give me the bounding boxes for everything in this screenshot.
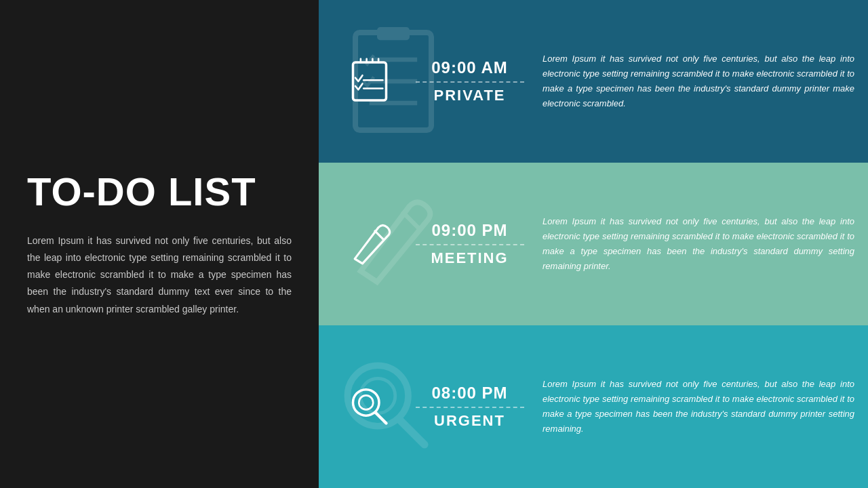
card-3-middle: 08:00 PM URGENT	[407, 384, 532, 430]
page-title: TO-DO LIST	[27, 170, 292, 214]
card-1-label: PRIVATE	[433, 87, 505, 104]
svg-line-14	[374, 230, 384, 240]
right-panel: 09:00 AM PRIVATE Lorem Ipsum it has surv…	[319, 0, 868, 488]
card-meeting: 09:00 PM MEETING Lorem Ipsum it has surv…	[319, 163, 868, 325]
card-2-icon-area	[319, 220, 407, 268]
card-2-divider	[416, 244, 524, 245]
card-2-time: 09:00 PM	[431, 221, 507, 240]
svg-rect-1	[377, 27, 410, 40]
card-3-icon-area	[319, 383, 407, 430]
svg-line-21	[376, 413, 387, 424]
svg-line-13	[361, 271, 377, 282]
card-3-label: URGENT	[434, 412, 505, 430]
card-3-text: Lorem Ipsum it has survived not only fiv…	[532, 377, 868, 436]
card-2-middle: 09:00 PM MEETING	[407, 221, 532, 267]
pencil-icon	[346, 220, 393, 268]
card-1-text: Lorem Ipsum it has survived not only fiv…	[532, 52, 868, 111]
card-1-icon-area	[319, 58, 407, 105]
card-1-time: 09:00 AM	[431, 58, 507, 77]
card-3-divider	[416, 407, 524, 408]
card-1-divider	[416, 81, 524, 83]
card-2-label: MEETING	[431, 249, 508, 267]
card-2-text: Lorem Ipsum it has survived not only fiv…	[532, 214, 868, 274]
left-panel: TO-DO LIST Lorem Ipsum it has survived n…	[0, 0, 319, 488]
left-description: Lorem Ipsum it has survived not only fiv…	[27, 232, 292, 318]
checklist-icon	[346, 58, 393, 105]
svg-point-20	[359, 395, 373, 409]
card-private: 09:00 AM PRIVATE Lorem Ipsum it has surv…	[319, 0, 868, 163]
card-urgent: 08:00 PM URGENT Lorem Ipsum it has survi…	[319, 325, 868, 488]
search-icon	[346, 383, 393, 430]
card-3-time: 08:00 PM	[431, 384, 507, 403]
svg-line-15	[355, 259, 362, 264]
card-1-middle: 09:00 AM PRIVATE	[407, 58, 532, 104]
